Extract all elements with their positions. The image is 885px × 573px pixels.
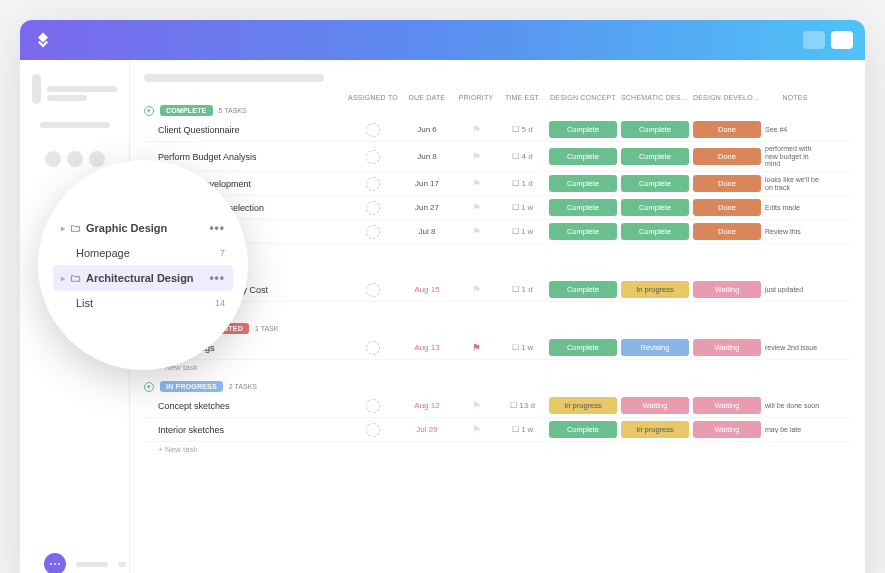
- col-schematic[interactable]: SCHEMATIC DESIGN: [621, 94, 689, 101]
- status-pill-design-dev[interactable]: Done: [693, 121, 761, 138]
- due-date[interactable]: Jun 17: [402, 179, 452, 188]
- sidebar-tree-item[interactable]: Homepage7: [53, 241, 233, 265]
- task-row[interactable]: Perform Budget Analysis Jun 8 ⚑ ☐ 4 d Co…: [144, 142, 851, 172]
- assignee-cell[interactable]: [348, 201, 398, 215]
- col-priority[interactable]: PRIORITY: [456, 94, 496, 101]
- assignee-placeholder-icon[interactable]: [366, 177, 380, 191]
- sidebar-avatar[interactable]: [67, 151, 83, 167]
- notes-cell[interactable]: just updated: [765, 286, 825, 294]
- col-notes[interactable]: NOTES: [765, 94, 825, 101]
- task-row[interactable]: Concept sketches Aug 12 ⚑ ☐ 13 d In prog…: [144, 394, 851, 418]
- status-pill-schematic[interactable]: In progress: [621, 421, 689, 438]
- notes-cell[interactable]: Edits made: [765, 204, 825, 212]
- status-pill-design-dev[interactable]: Waiting: [693, 339, 761, 356]
- header-button-2[interactable]: [831, 31, 853, 49]
- due-date[interactable]: Jul 8: [402, 227, 452, 236]
- time-estimate[interactable]: ☐ 13 d: [500, 401, 545, 410]
- assignee-placeholder-icon[interactable]: [366, 341, 380, 355]
- status-pill-schematic[interactable]: Complete: [621, 148, 689, 165]
- assignee-placeholder-icon[interactable]: [366, 399, 380, 413]
- assignee-cell[interactable]: [348, 150, 398, 164]
- priority-flag-icon[interactable]: ⚑: [456, 424, 496, 435]
- task-row[interactable]: Determine Preliminary Cost Aug 15 ⚑ ☐ 1 …: [144, 278, 851, 302]
- assignee-cell[interactable]: [348, 423, 398, 437]
- time-estimate[interactable]: ☐ 1 d: [500, 285, 545, 294]
- task-name[interactable]: Concept sketches: [144, 401, 344, 411]
- app-logo-icon[interactable]: [32, 29, 54, 51]
- assignee-placeholder-icon[interactable]: [366, 150, 380, 164]
- time-estimate[interactable]: ☐ 1 w: [500, 343, 545, 352]
- status-pill-design-dev[interactable]: Done: [693, 148, 761, 165]
- status-pill-design-dev[interactable]: Waiting: [693, 421, 761, 438]
- status-pill-schematic[interactable]: Waiting: [621, 397, 689, 414]
- assignee-placeholder-icon[interactable]: [366, 225, 380, 239]
- task-row[interactable]: As-built drawings Jul 8 ⚑ ☐ 1 w Complete…: [144, 220, 851, 244]
- task-name[interactable]: Interior sketches: [144, 425, 344, 435]
- status-pill-design-dev[interactable]: Waiting: [693, 397, 761, 414]
- assignee-cell[interactable]: [348, 283, 398, 297]
- time-estimate[interactable]: ☐ 5 d: [500, 125, 545, 134]
- new-task-button[interactable]: + New task: [144, 442, 851, 457]
- notes-cell[interactable]: See #4: [765, 126, 825, 134]
- assignee-placeholder-icon[interactable]: [366, 201, 380, 215]
- notes-cell[interactable]: will be done soon: [765, 402, 825, 410]
- col-design-dev[interactable]: DESIGN DEVELOPME...: [693, 94, 761, 101]
- collapse-toggle[interactable]: ▾: [144, 106, 154, 116]
- status-badge[interactable]: COMPLETE: [160, 105, 213, 116]
- notes-cell[interactable]: looks like we'll be on track: [765, 176, 825, 191]
- sidebar-avatar[interactable]: [89, 151, 105, 167]
- col-time[interactable]: TIME EST.: [500, 94, 545, 101]
- assignee-cell[interactable]: [348, 399, 398, 413]
- status-pill-design-dev[interactable]: Waiting: [693, 281, 761, 298]
- status-pill-design-dev[interactable]: Done: [693, 199, 761, 216]
- status-pill-schematic[interactable]: Complete: [621, 223, 689, 240]
- due-date[interactable]: Jul 29: [402, 425, 452, 434]
- priority-flag-icon[interactable]: ⚑: [456, 226, 496, 237]
- header-button-1[interactable]: [803, 31, 825, 49]
- workspace-avatar[interactable]: [32, 74, 41, 104]
- notes-cell[interactable]: review 2nd issue: [765, 344, 825, 352]
- task-row[interactable]: 3D renderings Aug 13 ⚑ ☐ 1 w Complete Re…: [144, 336, 851, 360]
- task-row[interactable]: Client Questionnaire Jun 6 ⚑ ☐ 5 d Compl…: [144, 118, 851, 142]
- due-date[interactable]: Aug 13: [402, 343, 452, 352]
- sidebar-tree-item[interactable]: ▸Graphic Design•••: [53, 215, 233, 241]
- sidebar-tree-item[interactable]: List14: [53, 291, 233, 315]
- task-row[interactable]: Interior sketches Jul 29 ⚑ ☐ 1 w Complet…: [144, 418, 851, 442]
- status-pill-design-concept[interactable]: Complete: [549, 199, 617, 216]
- assignee-placeholder-icon[interactable]: [366, 123, 380, 137]
- more-options-icon[interactable]: •••: [209, 221, 225, 235]
- assignee-cell[interactable]: [348, 341, 398, 355]
- due-date[interactable]: Aug 15: [402, 285, 452, 294]
- col-design-concept[interactable]: DESIGN CONCEPT: [549, 94, 617, 101]
- status-pill-design-concept[interactable]: Complete: [549, 339, 617, 356]
- new-task-button[interactable]: + New task: [144, 244, 851, 259]
- due-date[interactable]: Jun 8: [402, 152, 452, 161]
- new-task-button[interactable]: + New task: [144, 360, 851, 375]
- time-estimate[interactable]: ☐ 1 d: [500, 179, 545, 188]
- task-name[interactable]: Perform Budget Analysis: [144, 152, 344, 162]
- col-due[interactable]: DUE DATE: [402, 94, 452, 101]
- status-pill-design-concept[interactable]: Complete: [549, 175, 617, 192]
- status-pill-schematic[interactable]: In progress: [621, 281, 689, 298]
- status-pill-schematic[interactable]: Complete: [621, 199, 689, 216]
- assignee-placeholder-icon[interactable]: [366, 283, 380, 297]
- time-estimate[interactable]: ☐ 1 w: [500, 203, 545, 212]
- priority-flag-icon[interactable]: ⚑: [456, 178, 496, 189]
- more-options-icon[interactable]: •••: [209, 271, 225, 285]
- priority-flag-icon[interactable]: ⚑: [456, 400, 496, 411]
- col-assigned[interactable]: ASSIGNED TO: [348, 94, 398, 101]
- time-estimate[interactable]: ☐ 1 w: [500, 227, 545, 236]
- assignee-cell[interactable]: [348, 177, 398, 191]
- notes-cell[interactable]: performed with new budget in mind: [765, 145, 825, 168]
- priority-flag-icon[interactable]: ⚑: [456, 151, 496, 162]
- new-task-button[interactable]: + New task: [144, 302, 851, 317]
- notes-cell[interactable]: Review this: [765, 228, 825, 236]
- task-row[interactable]: Site analysis and selection Jun 27 ⚑ ☐ 1…: [144, 196, 851, 220]
- task-row[interactable]: Schedule Development Jun 17 ⚑ ☐ 1 d Comp…: [144, 172, 851, 196]
- assignee-cell[interactable]: [348, 225, 398, 239]
- time-estimate[interactable]: ☐ 1 w: [500, 425, 545, 434]
- status-pill-design-concept[interactable]: Complete: [549, 148, 617, 165]
- status-pill-schematic[interactable]: Revising: [621, 339, 689, 356]
- status-pill-design-concept[interactable]: In progress: [549, 397, 617, 414]
- sidebar-tree-item[interactable]: ▸Architectural Design•••: [53, 265, 233, 291]
